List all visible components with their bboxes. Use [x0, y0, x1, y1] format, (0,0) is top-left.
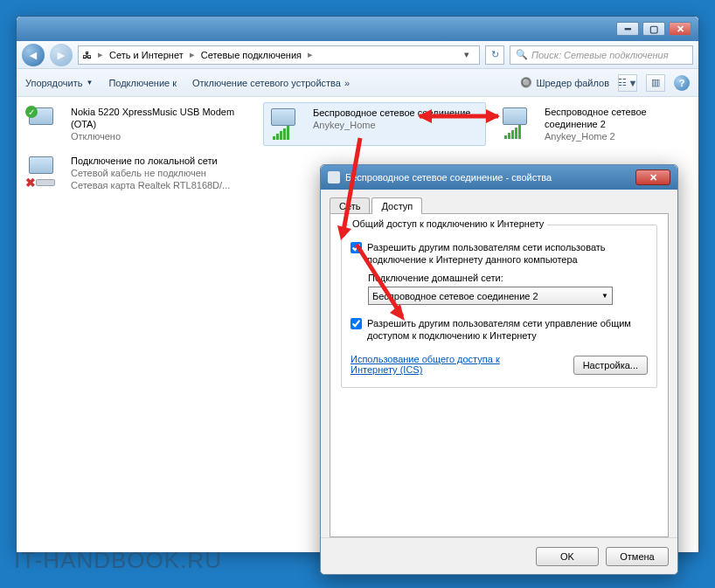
chevron-down-icon: ▼ [601, 292, 608, 300]
allow-share-label: Разрешить другим пользователям сети испо… [367, 241, 648, 266]
tab-panel-sharing: Общий доступ к подключению к Интернету Р… [330, 213, 669, 537]
item-name: Подключение по локальной сети [71, 155, 230, 167]
disable-device-button[interactable]: Отключение сетевого устройства » [192, 78, 350, 88]
dialog-footer: OK Отмена [321, 537, 677, 574]
item-ssid: Anykey_Home 2 [545, 130, 684, 142]
search-input[interactable]: 🔍 Поиск: Сетевые подключения [510, 45, 693, 65]
groupbox-legend: Общий доступ к подключению к Интернету [349, 218, 547, 229]
help-button[interactable]: ? [674, 75, 690, 91]
home-network-label: Подключение домашней сети: [368, 273, 648, 283]
connection-item-wifi1[interactable]: Беспроводное сетевое соединение Anykey_H… [263, 102, 486, 146]
item-status: Сетевой кабель не подключен [71, 167, 230, 179]
view-mode-button[interactable]: ☷▼ [618, 74, 637, 92]
item-ssid: Anykey_Home [313, 119, 470, 131]
tab-strip: Сеть Доступ [330, 197, 669, 214]
connection-item-nokia[interactable]: ✓ Nokia 5220 XpressMusic USB Modem (OTA)… [22, 102, 245, 146]
ics-groupbox: Общий доступ к подключению к Интернету Р… [341, 225, 657, 388]
dialog-close-button[interactable]: ✕ [635, 169, 670, 185]
ethernet-icon: ✖ [25, 155, 64, 190]
tab-network[interactable]: Сеть [330, 197, 370, 214]
ics-help-link[interactable]: Использование общего доступа к Интернету… [351, 354, 508, 375]
address-dropdown-icon[interactable]: ▾ [458, 49, 476, 60]
minimize-button[interactable]: ━ [616, 22, 639, 36]
organize-button[interactable]: Упорядочить▼ [25, 78, 93, 88]
modem-icon: ✓ [25, 106, 64, 141]
item-name: Nokia 5220 XpressMusic USB Modem (OTA) [71, 106, 241, 130]
network-icon: 🖧 [82, 50, 92, 60]
connection-item-lan[interactable]: ✖ Подключение по локальной сети Сетевой … [22, 151, 284, 195]
home-network-combo[interactable]: Беспроводное сетевое соединение 2 ▼ [368, 287, 613, 305]
shredder-icon: 🔘 [520, 77, 532, 88]
organize-label: Упорядочить [25, 78, 82, 88]
cancel-button[interactable]: Отмена [606, 547, 669, 566]
search-placeholder: Поиск: Сетевые подключения [531, 50, 669, 60]
search-icon: 🔍 [516, 49, 528, 60]
item-status: Отключено [71, 130, 241, 142]
combo-value: Беспроводное сетевое соединение 2 [372, 291, 538, 301]
properties-dialog: Беспроводное сетевое соединение - свойст… [320, 164, 678, 575]
nav-bar: ◄ ► 🖧 ▸ Сеть и Интернет ▸ Сетевые подклю… [17, 41, 698, 69]
address-bar[interactable]: 🖧 ▸ Сеть и Интернет ▸ Сетевые подключени… [78, 45, 480, 65]
back-button[interactable]: ◄ [22, 44, 45, 66]
allow-control-checkbox[interactable] [351, 318, 362, 329]
dialog-titlebar: Беспроводное сетевое соединение - свойст… [321, 165, 677, 190]
tab-sharing[interactable]: Доступ [371, 197, 422, 214]
connection-item-wifi2[interactable]: Беспроводное сетевое соединение 2 Anykey… [496, 102, 688, 146]
toolbar: Упорядочить▼ Подключение к Отключение се… [17, 69, 698, 97]
item-name: Беспроводное сетевое соединение [313, 107, 470, 119]
settings-button[interactable]: Настройка... [573, 356, 648, 375]
watermark: IT-HANDBOOK.RU [14, 547, 222, 574]
item-name: Беспроводное сетевое соединение 2 [545, 106, 684, 130]
wifi-icon [267, 107, 306, 142]
dialog-icon [328, 171, 340, 183]
item-adapter: Сетевая карта Realtek RTL8168D/... [71, 179, 230, 191]
preview-pane-button[interactable]: ▥ [646, 74, 665, 92]
ok-button[interactable]: OK [536, 547, 599, 566]
breadcrumb-segment[interactable]: Сетевые подключения [201, 50, 302, 60]
shredder-button[interactable]: 🔘 Шредер файлов [520, 77, 609, 88]
shredder-label: Шредер файлов [536, 78, 609, 88]
disable-label: Отключение сетевого устройства [192, 78, 341, 88]
wifi-icon [499, 106, 538, 141]
maximize-button[interactable]: ▢ [642, 22, 665, 36]
allow-control-label: Разрешить другим пользователям сети упра… [367, 317, 648, 342]
refresh-button[interactable]: ↻ [485, 45, 504, 65]
allow-share-checkbox[interactable] [351, 242, 362, 253]
dialog-title: Беспроводное сетевое соединение - свойст… [345, 172, 630, 183]
explorer-titlebar: ━ ▢ ✕ [17, 17, 698, 41]
forward-button[interactable]: ► [50, 44, 73, 66]
breadcrumb-segment[interactable]: Сеть и Интернет [109, 50, 184, 60]
connect-to-button[interactable]: Подключение к [108, 78, 177, 88]
close-button[interactable]: ✕ [669, 22, 691, 36]
